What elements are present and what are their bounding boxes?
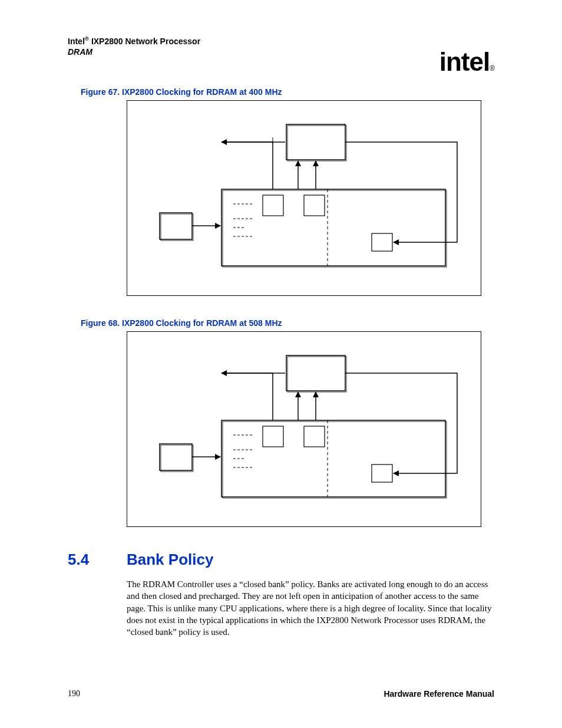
svg-rect-5 (161, 214, 193, 241)
figure-68-diagram (127, 331, 481, 527)
svg-rect-3 (223, 190, 447, 267)
svg-rect-2 (222, 189, 445, 266)
section-number: 5.4 (68, 551, 127, 569)
clocking-diagram-icon (127, 101, 481, 295)
svg-rect-26 (304, 426, 325, 447)
doc-title-block: Intel® IXP2800 Network Processor DRAM (68, 35, 200, 57)
svg-rect-21 (222, 420, 445, 497)
svg-rect-6 (263, 195, 283, 216)
product-suffix: IXP2800 Network Processor (89, 37, 200, 46)
svg-rect-24 (161, 445, 193, 472)
clocking-diagram-icon (127, 332, 481, 526)
svg-rect-23 (160, 444, 192, 470)
section-heading: 5.4 Bank Policy (68, 551, 494, 569)
svg-rect-8 (372, 233, 392, 251)
svg-rect-27 (372, 465, 392, 482)
page-footer: 190 Hardware Reference Manual (68, 689, 494, 699)
svg-rect-19 (286, 355, 345, 391)
doc-subtitle: DRAM (68, 47, 92, 57)
svg-rect-22 (223, 421, 447, 498)
product-name: Intel® IXP2800 Network Processor (68, 37, 200, 46)
figure-68-caption: Figure 68. IXP2800 Clocking for RDRAM at… (81, 318, 494, 328)
logo-text: intel (439, 47, 490, 76)
logo-registered: ® (490, 64, 494, 73)
figure-67-caption: Figure 67. IXP2800 Clocking for RDRAM at… (81, 87, 494, 97)
intel-logo: intel® (439, 47, 494, 77)
svg-rect-4 (160, 213, 192, 239)
svg-rect-20 (287, 357, 346, 392)
svg-rect-25 (263, 426, 283, 447)
svg-rect-0 (286, 124, 345, 160)
product-prefix: Intel (68, 37, 85, 46)
manual-title: Hardware Reference Manual (384, 689, 494, 699)
registered-mark: ® (85, 35, 89, 42)
svg-rect-1 (287, 126, 346, 161)
svg-rect-7 (304, 195, 325, 216)
page-header: Intel® IXP2800 Network Processor DRAM in… (68, 35, 494, 65)
page-number: 190 (68, 689, 80, 699)
section-title: Bank Policy (127, 551, 213, 569)
figure-67-diagram (127, 100, 481, 296)
section-body: The RDRAM Controller uses a “closed bank… (127, 578, 492, 638)
